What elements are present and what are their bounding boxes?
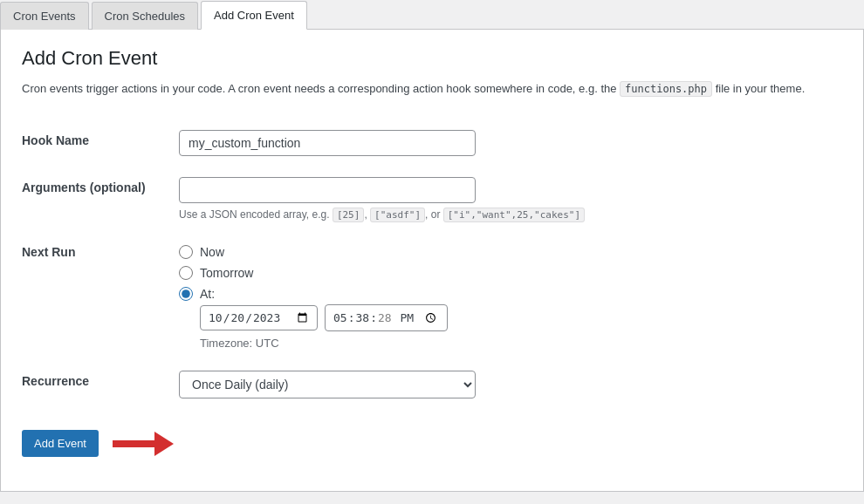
arguments-label: Arguments (optional) xyxy=(22,167,179,231)
hint-code-1: [25] xyxy=(333,208,365,222)
arrow-head xyxy=(154,432,174,456)
form-table: Hook Name Arguments (optional) Use a JSO… xyxy=(22,119,842,410)
functions-php-code: functions.php xyxy=(620,81,712,97)
time-input[interactable] xyxy=(325,304,448,332)
arrow-indicator xyxy=(113,432,174,456)
radio-tomorrow-label[interactable]: Tomorrow xyxy=(179,266,842,280)
hint-code-2: ["asdf"] xyxy=(370,208,425,222)
date-input[interactable] xyxy=(200,305,318,330)
main-content: Add Cron Event Cron events trigger actio… xyxy=(0,30,864,492)
radio-at-label[interactable]: At: xyxy=(179,287,842,301)
submit-row: Add Event xyxy=(22,430,842,457)
datetime-row xyxy=(200,304,842,332)
recurrence-row: Recurrence Once Daily (daily) Twice Dail… xyxy=(22,360,842,409)
hint-code-3: ["i","want",25,"cakes"] xyxy=(443,208,585,222)
timezone-text: Timezone: UTC xyxy=(200,337,842,350)
arrow-shaft xyxy=(113,440,156,447)
next-run-row: Next Run Now Tomorrow At: xyxy=(22,231,842,361)
hook-name-input[interactable] xyxy=(179,130,476,156)
add-event-button[interactable]: Add Event xyxy=(22,430,99,457)
page-title: Add Cron Event xyxy=(22,47,842,70)
recurrence-label: Recurrence xyxy=(22,360,179,409)
arguments-row: Arguments (optional) Use a JSON encoded … xyxy=(22,167,842,231)
next-run-radio-group: Now Tomorrow At: xyxy=(179,242,842,301)
radio-at[interactable] xyxy=(179,287,193,301)
hook-name-row: Hook Name xyxy=(22,119,842,167)
tabs-bar: Cron Events Cron Schedules Add Cron Even… xyxy=(0,0,864,30)
arguments-hint: Use a JSON encoded array, e.g. [25], ["a… xyxy=(179,208,842,221)
radio-now[interactable] xyxy=(179,245,193,259)
tab-cron-schedules[interactable]: Cron Schedules xyxy=(92,2,199,30)
next-run-label: Next Run xyxy=(22,231,179,361)
hook-name-label: Hook Name xyxy=(22,119,179,167)
recurrence-select[interactable]: Once Daily (daily) Twice Daily (twicedai… xyxy=(179,371,476,398)
tab-add-cron-event[interactable]: Add Cron Event xyxy=(201,1,307,30)
tab-cron-events[interactable]: Cron Events xyxy=(0,2,89,30)
description: Cron events trigger actions in your code… xyxy=(22,80,842,99)
arguments-input[interactable] xyxy=(179,177,476,203)
radio-tomorrow[interactable] xyxy=(179,266,193,280)
radio-now-label[interactable]: Now xyxy=(179,245,842,259)
